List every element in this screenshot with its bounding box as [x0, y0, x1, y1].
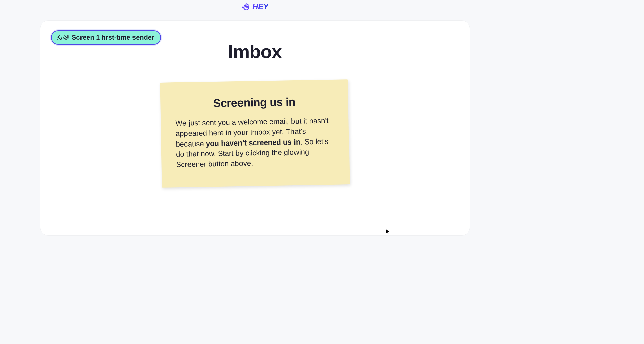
imbox-card: Screen 1 first-time sender Imbox Screeni…: [40, 21, 470, 235]
hey-logo: HEY: [241, 2, 268, 11]
logo-text: HEY: [252, 2, 268, 11]
thumbs-up-icon: [56, 35, 62, 41]
screener-label: Screen 1 first-time sender: [72, 34, 154, 41]
thumbs-icon-group: [56, 35, 69, 41]
logo-bar: HEY: [0, 0, 510, 14]
note-body: We just sent you a welcome email, but it…: [175, 116, 335, 170]
note-title: Screening us in: [175, 95, 334, 110]
thumbs-down-icon: [63, 35, 69, 41]
note-text-bold: you haven't screened us in: [206, 137, 301, 148]
mouse-cursor-icon: [386, 229, 390, 235]
hand-wave-icon: [241, 2, 251, 11]
screener-button[interactable]: Screen 1 first-time sender: [51, 30, 161, 45]
onboarding-note: Screening us in We just sent you a welco…: [160, 79, 350, 188]
